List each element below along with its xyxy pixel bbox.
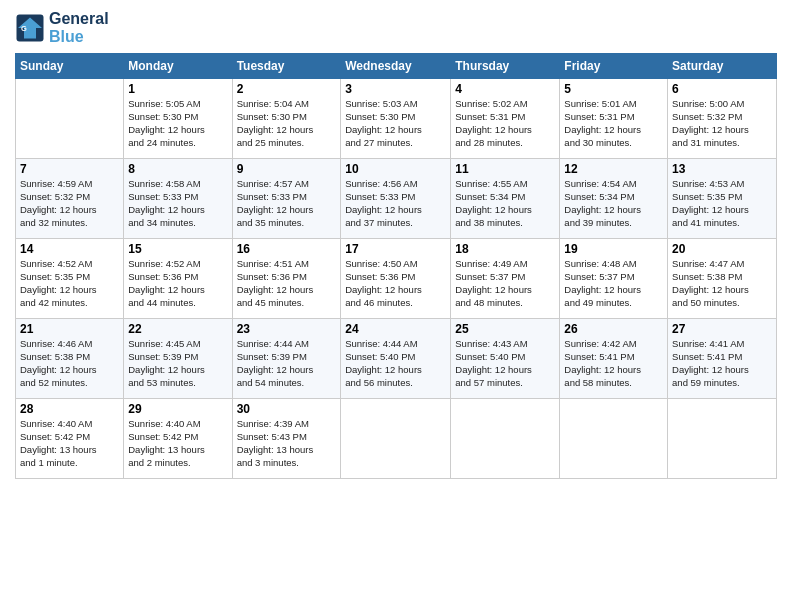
day-info: Sunrise: 4:40 AM Sunset: 5:42 PM Dayligh…	[20, 418, 119, 469]
day-cell: 2Sunrise: 5:04 AM Sunset: 5:30 PM Daylig…	[232, 79, 341, 159]
day-info: Sunrise: 4:44 AM Sunset: 5:40 PM Dayligh…	[345, 338, 446, 389]
day-info: Sunrise: 4:45 AM Sunset: 5:39 PM Dayligh…	[128, 338, 227, 389]
day-info: Sunrise: 4:42 AM Sunset: 5:41 PM Dayligh…	[564, 338, 663, 389]
day-cell	[668, 399, 777, 479]
day-cell: 24Sunrise: 4:44 AM Sunset: 5:40 PM Dayli…	[341, 319, 451, 399]
day-number: 12	[564, 162, 663, 176]
day-number: 2	[237, 82, 337, 96]
day-cell: 23Sunrise: 4:44 AM Sunset: 5:39 PM Dayli…	[232, 319, 341, 399]
day-info: Sunrise: 4:41 AM Sunset: 5:41 PM Dayligh…	[672, 338, 772, 389]
day-number: 21	[20, 322, 119, 336]
day-info: Sunrise: 4:59 AM Sunset: 5:32 PM Dayligh…	[20, 178, 119, 229]
day-info: Sunrise: 5:02 AM Sunset: 5:31 PM Dayligh…	[455, 98, 555, 149]
day-cell: 11Sunrise: 4:55 AM Sunset: 5:34 PM Dayli…	[451, 159, 560, 239]
week-row-3: 14Sunrise: 4:52 AM Sunset: 5:35 PM Dayli…	[16, 239, 777, 319]
week-row-5: 28Sunrise: 4:40 AM Sunset: 5:42 PM Dayli…	[16, 399, 777, 479]
day-number: 26	[564, 322, 663, 336]
day-number: 13	[672, 162, 772, 176]
day-cell: 5Sunrise: 5:01 AM Sunset: 5:31 PM Daylig…	[560, 79, 668, 159]
logo-icon: G	[15, 13, 45, 43]
day-number: 1	[128, 82, 227, 96]
day-cell: 8Sunrise: 4:58 AM Sunset: 5:33 PM Daylig…	[124, 159, 232, 239]
day-info: Sunrise: 4:40 AM Sunset: 5:42 PM Dayligh…	[128, 418, 227, 469]
day-cell: 7Sunrise: 4:59 AM Sunset: 5:32 PM Daylig…	[16, 159, 124, 239]
day-cell: 6Sunrise: 5:00 AM Sunset: 5:32 PM Daylig…	[668, 79, 777, 159]
day-number: 15	[128, 242, 227, 256]
day-number: 18	[455, 242, 555, 256]
day-info: Sunrise: 4:52 AM Sunset: 5:36 PM Dayligh…	[128, 258, 227, 309]
day-number: 10	[345, 162, 446, 176]
day-cell: 10Sunrise: 4:56 AM Sunset: 5:33 PM Dayli…	[341, 159, 451, 239]
day-cell: 30Sunrise: 4:39 AM Sunset: 5:43 PM Dayli…	[232, 399, 341, 479]
day-cell: 13Sunrise: 4:53 AM Sunset: 5:35 PM Dayli…	[668, 159, 777, 239]
day-cell: 20Sunrise: 4:47 AM Sunset: 5:38 PM Dayli…	[668, 239, 777, 319]
day-cell: 15Sunrise: 4:52 AM Sunset: 5:36 PM Dayli…	[124, 239, 232, 319]
day-number: 6	[672, 82, 772, 96]
day-cell	[560, 399, 668, 479]
day-number: 19	[564, 242, 663, 256]
day-info: Sunrise: 4:52 AM Sunset: 5:35 PM Dayligh…	[20, 258, 119, 309]
day-info: Sunrise: 5:03 AM Sunset: 5:30 PM Dayligh…	[345, 98, 446, 149]
day-info: Sunrise: 4:57 AM Sunset: 5:33 PM Dayligh…	[237, 178, 337, 229]
week-row-1: 1Sunrise: 5:05 AM Sunset: 5:30 PM Daylig…	[16, 79, 777, 159]
col-header-saturday: Saturday	[668, 54, 777, 79]
day-info: Sunrise: 4:53 AM Sunset: 5:35 PM Dayligh…	[672, 178, 772, 229]
day-cell	[341, 399, 451, 479]
day-info: Sunrise: 4:46 AM Sunset: 5:38 PM Dayligh…	[20, 338, 119, 389]
day-number: 24	[345, 322, 446, 336]
page: G General Blue SundayMondayTuesdayWednes…	[0, 0, 792, 612]
header: G General Blue	[15, 10, 777, 45]
day-info: Sunrise: 5:04 AM Sunset: 5:30 PM Dayligh…	[237, 98, 337, 149]
day-info: Sunrise: 4:44 AM Sunset: 5:39 PM Dayligh…	[237, 338, 337, 389]
day-info: Sunrise: 4:39 AM Sunset: 5:43 PM Dayligh…	[237, 418, 337, 469]
col-header-thursday: Thursday	[451, 54, 560, 79]
day-number: 4	[455, 82, 555, 96]
logo-text: General Blue	[49, 10, 109, 45]
day-info: Sunrise: 5:05 AM Sunset: 5:30 PM Dayligh…	[128, 98, 227, 149]
day-cell: 26Sunrise: 4:42 AM Sunset: 5:41 PM Dayli…	[560, 319, 668, 399]
day-cell: 22Sunrise: 4:45 AM Sunset: 5:39 PM Dayli…	[124, 319, 232, 399]
day-number: 11	[455, 162, 555, 176]
day-info: Sunrise: 4:50 AM Sunset: 5:36 PM Dayligh…	[345, 258, 446, 309]
day-info: Sunrise: 4:48 AM Sunset: 5:37 PM Dayligh…	[564, 258, 663, 309]
day-info: Sunrise: 4:47 AM Sunset: 5:38 PM Dayligh…	[672, 258, 772, 309]
day-cell: 27Sunrise: 4:41 AM Sunset: 5:41 PM Dayli…	[668, 319, 777, 399]
day-cell: 4Sunrise: 5:02 AM Sunset: 5:31 PM Daylig…	[451, 79, 560, 159]
day-number: 28	[20, 402, 119, 416]
day-info: Sunrise: 4:55 AM Sunset: 5:34 PM Dayligh…	[455, 178, 555, 229]
col-header-monday: Monday	[124, 54, 232, 79]
day-cell: 12Sunrise: 4:54 AM Sunset: 5:34 PM Dayli…	[560, 159, 668, 239]
day-cell: 3Sunrise: 5:03 AM Sunset: 5:30 PM Daylig…	[341, 79, 451, 159]
day-number: 29	[128, 402, 227, 416]
col-header-friday: Friday	[560, 54, 668, 79]
day-cell: 29Sunrise: 4:40 AM Sunset: 5:42 PM Dayli…	[124, 399, 232, 479]
logo: G General Blue	[15, 10, 109, 45]
day-info: Sunrise: 4:49 AM Sunset: 5:37 PM Dayligh…	[455, 258, 555, 309]
day-number: 23	[237, 322, 337, 336]
day-number: 7	[20, 162, 119, 176]
day-info: Sunrise: 4:51 AM Sunset: 5:36 PM Dayligh…	[237, 258, 337, 309]
day-cell: 19Sunrise: 4:48 AM Sunset: 5:37 PM Dayli…	[560, 239, 668, 319]
day-info: Sunrise: 4:56 AM Sunset: 5:33 PM Dayligh…	[345, 178, 446, 229]
col-header-wednesday: Wednesday	[341, 54, 451, 79]
week-row-4: 21Sunrise: 4:46 AM Sunset: 5:38 PM Dayli…	[16, 319, 777, 399]
day-number: 14	[20, 242, 119, 256]
day-number: 8	[128, 162, 227, 176]
day-number: 27	[672, 322, 772, 336]
day-info: Sunrise: 4:43 AM Sunset: 5:40 PM Dayligh…	[455, 338, 555, 389]
day-number: 5	[564, 82, 663, 96]
day-cell: 14Sunrise: 4:52 AM Sunset: 5:35 PM Dayli…	[16, 239, 124, 319]
day-cell: 18Sunrise: 4:49 AM Sunset: 5:37 PM Dayli…	[451, 239, 560, 319]
day-cell	[16, 79, 124, 159]
week-row-2: 7Sunrise: 4:59 AM Sunset: 5:32 PM Daylig…	[16, 159, 777, 239]
day-info: Sunrise: 4:54 AM Sunset: 5:34 PM Dayligh…	[564, 178, 663, 229]
day-info: Sunrise: 5:00 AM Sunset: 5:32 PM Dayligh…	[672, 98, 772, 149]
day-cell	[451, 399, 560, 479]
calendar-table: SundayMondayTuesdayWednesdayThursdayFrid…	[15, 53, 777, 479]
col-header-sunday: Sunday	[16, 54, 124, 79]
day-cell: 25Sunrise: 4:43 AM Sunset: 5:40 PM Dayli…	[451, 319, 560, 399]
svg-text:G: G	[21, 24, 27, 33]
day-cell: 17Sunrise: 4:50 AM Sunset: 5:36 PM Dayli…	[341, 239, 451, 319]
day-number: 17	[345, 242, 446, 256]
day-number: 25	[455, 322, 555, 336]
